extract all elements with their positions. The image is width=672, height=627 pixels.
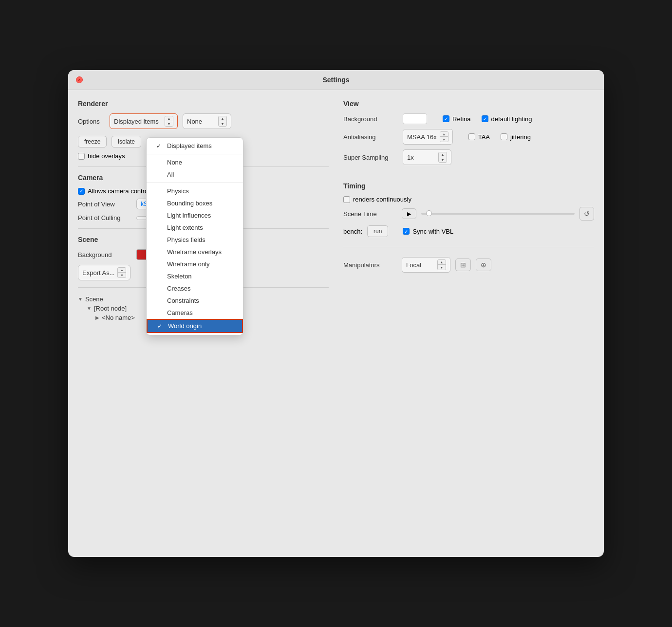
dropdown-item-all[interactable]: All [147, 168, 243, 181]
ss-down[interactable]: ▼ [439, 157, 447, 162]
root-node-chevron[interactable]: ▼ [87, 306, 92, 311]
super-sampling-value: 1x [407, 154, 414, 161]
divider-5 [343, 247, 594, 247]
scene-tree-chevron[interactable]: ▼ [78, 296, 83, 302]
window-title: Settings [322, 76, 349, 84]
renders-continuously-checkbox[interactable] [343, 196, 350, 203]
sync-vbl-label: Sync with VBL [412, 228, 453, 235]
dropdown-item-light-extents[interactable]: Light extents [147, 221, 243, 234]
dropdown-label-5: Light influences [167, 212, 211, 219]
dropdown-label-4: Bounding boxes [167, 200, 212, 207]
default-lighting-checkbox[interactable] [482, 115, 488, 122]
dropdown-label-0: Displayed items [167, 142, 212, 149]
play-button[interactable]: ▶ [402, 208, 416, 219]
run-button[interactable]: run [367, 225, 388, 237]
aa-down[interactable]: ▼ [440, 137, 448, 142]
export-stepper[interactable]: ▲ ▼ [117, 267, 126, 278]
displayed-items-select[interactable]: Displayed items ▲ ▼ [110, 113, 178, 129]
manipulators-section: Manipulators Local ▲ ▼ ⊞ ⊕ [343, 257, 594, 273]
manip-btn-2[interactable]: ⊕ [476, 258, 491, 271]
manip-stepper[interactable]: ▲ ▼ [437, 259, 446, 270]
dropdown-item-light-influences[interactable]: Light influences [147, 209, 243, 221]
default-lighting-group: default lighting [482, 115, 532, 123]
none-select[interactable]: None ▲ ▼ [183, 113, 231, 129]
no-name-label: <No name> [102, 314, 135, 321]
renderer-section-title: Renderer [78, 100, 329, 108]
no-name-chevron[interactable]: ▶ [95, 315, 99, 320]
timeline-track[interactable] [421, 213, 575, 215]
dropdown-item-displayed-items[interactable]: ✓ Displayed items [147, 140, 243, 152]
ss-stepper[interactable]: ▲ ▼ [438, 152, 447, 163]
dropdown-label-1: None [167, 159, 182, 166]
dropdown-label-2: All [167, 171, 174, 178]
dropdown-item-none[interactable]: None [147, 156, 243, 168]
jittering-checkbox[interactable] [501, 133, 507, 140]
antialiasing-row: Antialiasing MSAA 16x ▲ ▼ TAA [343, 129, 594, 145]
close-button[interactable]: × [76, 76, 83, 83]
manip-up[interactable]: ▲ [438, 260, 446, 265]
isolate-button[interactable]: isolate [112, 136, 141, 148]
super-sampling-row: Super Sampling 1x ▲ ▼ [343, 149, 594, 165]
dropdown-item-cameras[interactable]: Cameras [147, 307, 243, 319]
manip-row: Manipulators Local ▲ ▼ ⊞ ⊕ [343, 257, 594, 273]
renders-continuously-row: renders continuously [343, 196, 594, 203]
dropdown-item-bounding-boxes[interactable]: Bounding boxes [147, 197, 243, 209]
dropdown-label-11: Creases [167, 285, 190, 292]
jittering-label: jittering [510, 133, 531, 141]
none-select-label: None [187, 118, 202, 125]
dropdown-item-wireframe-only[interactable]: Wireframe only [147, 258, 243, 270]
hide-overlays-checkbox[interactable] [78, 153, 85, 160]
hide-overlays-label: hide overlays [88, 152, 125, 160]
dropdown-item-world-origin[interactable]: ✓ World origin [147, 319, 243, 333]
bench-row: bench: run Sync with VBL [343, 225, 594, 237]
retina-label: Retina [452, 115, 471, 123]
export-stepper-up[interactable]: ▲ [118, 268, 126, 273]
none-stepper-up[interactable]: ▲ [219, 116, 226, 121]
dropdown-item-constraints[interactable]: Constraints [147, 295, 243, 307]
dropdown-item-wireframe-overlays[interactable]: Wireframe overlays [147, 246, 243, 258]
dropdown-item-creases[interactable]: Creases [147, 282, 243, 295]
bench-label: bench: [343, 228, 362, 235]
super-sampling-select[interactable]: 1x ▲ ▼ [403, 149, 451, 165]
refresh-button[interactable]: ↺ [579, 207, 594, 221]
super-sampling-label: Super Sampling [343, 154, 397, 161]
manip-down[interactable]: ▼ [438, 265, 446, 270]
export-stepper-down[interactable]: ▼ [118, 273, 126, 277]
dropdown-item-skeleton[interactable]: Skeleton [147, 270, 243, 282]
pov-label: Point of View [78, 201, 131, 208]
stepper-up[interactable]: ▲ [165, 116, 173, 121]
taa-checkbox[interactable] [468, 133, 475, 140]
antialiasing-select[interactable]: MSAA 16x ▲ ▼ [403, 129, 453, 145]
title-bar: × Settings [68, 70, 604, 90]
scene-time-row: Scene Time ▶ ↺ [343, 207, 594, 221]
export-select[interactable]: Export As... ▲ ▼ [78, 265, 131, 280]
dropdown-item-physics[interactable]: Physics [147, 185, 243, 197]
settings-window: × Settings Renderer Options Displayed it… [68, 70, 604, 557]
manipulators-select[interactable]: Local ▲ ▼ [402, 257, 450, 273]
checkmark-displayed-items: ✓ [156, 143, 163, 149]
none-stepper[interactable]: ▲ ▼ [218, 116, 227, 127]
checkmark-world-origin: ✓ [157, 323, 164, 330]
retina-checkbox[interactable] [443, 115, 449, 122]
aa-up[interactable]: ▲ [440, 132, 448, 137]
dropdown-label-7: Physics fields [167, 236, 205, 243]
view-section: View Background Retina default lighting … [343, 100, 594, 165]
displayed-items-stepper[interactable]: ▲ ▼ [165, 116, 173, 127]
ss-up[interactable]: ▲ [439, 152, 447, 157]
freeze-button[interactable]: freeze [78, 136, 107, 148]
dropdown-divider-1 [147, 154, 243, 154]
timeline-thumb[interactable] [426, 210, 432, 216]
root-node-label: [Root node] [94, 305, 127, 312]
none-stepper-down[interactable]: ▼ [219, 121, 226, 126]
allows-camera-checkbox[interactable] [78, 188, 85, 195]
antialiasing-stepper[interactable]: ▲ ▼ [440, 131, 448, 142]
culling-label: Point of Culling [78, 214, 131, 221]
stepper-down[interactable]: ▼ [165, 121, 173, 126]
view-bg-color[interactable] [403, 113, 427, 124]
dropdown-item-physics-fields[interactable]: Physics fields [147, 234, 243, 246]
dropdown-label-12: Constraints [167, 297, 199, 304]
sync-vbl-checkbox[interactable] [403, 228, 410, 235]
divider-4 [343, 175, 594, 175]
background-row: Background Retina default lighting [343, 113, 594, 124]
manip-btn-1[interactable]: ⊞ [455, 258, 471, 271]
